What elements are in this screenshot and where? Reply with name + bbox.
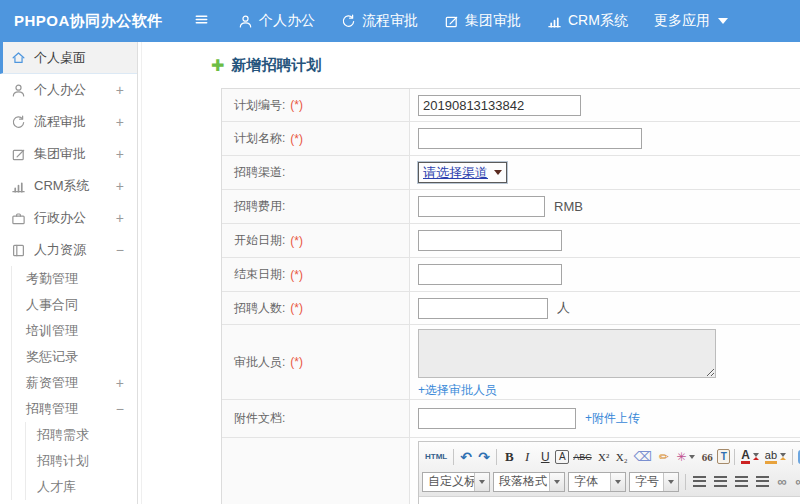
expand-toggle[interactable]: +: [116, 211, 124, 225]
page-title-bar: ✚ 新增招聘计划: [141, 42, 800, 88]
sidebar-item-talent-pool[interactable]: 人才库: [26, 474, 137, 500]
channel-select-value: 请选择渠道: [423, 164, 488, 182]
sidebar-item-salary[interactable]: 薪资管理 +: [12, 370, 137, 396]
field-label: 附件文档:: [234, 410, 285, 427]
font-color-button[interactable]: A: [739, 447, 761, 466]
format-painter-button[interactable]: ✏: [656, 447, 672, 466]
headcount-input[interactable]: [418, 298, 548, 319]
expand-toggle[interactable]: +: [116, 115, 124, 129]
user-icon: [11, 83, 26, 98]
history-icon: [11, 115, 26, 130]
form-row-editor: HTML ↶ ↷ B I U A ABC X²: [222, 438, 800, 504]
plan-no-input[interactable]: [418, 95, 581, 116]
eraser-button[interactable]: ⌫: [632, 447, 654, 466]
sidebar-item-label: 个人桌面: [34, 49, 86, 67]
align-right-button[interactable]: [735, 476, 748, 487]
nav-item-personal-office[interactable]: 个人办公: [225, 0, 328, 42]
sidebar-item-label: 流程审批: [34, 113, 86, 131]
sidebar-item-recruit-mgmt[interactable]: 招聘管理 −: [12, 396, 137, 422]
attachment-input[interactable]: [418, 408, 576, 429]
align-left-button[interactable]: [693, 476, 706, 487]
sidebar-item-crm[interactable]: CRM系统 +: [0, 170, 137, 202]
sidebar-item-group-approval[interactable]: 集团审批 +: [0, 138, 137, 170]
subscript-button[interactable]: X₂: [614, 447, 630, 466]
sidebar-item-desktop[interactable]: 个人桌面: [0, 42, 137, 74]
end-date-input[interactable]: [418, 264, 562, 285]
sidebar-item-label: CRM系统: [34, 177, 90, 195]
approver-textarea[interactable]: [418, 329, 716, 378]
cost-input[interactable]: [418, 196, 545, 217]
sidebar-item-admin-office[interactable]: 行政办公 +: [0, 202, 137, 234]
field-label: 计划名称:: [234, 130, 285, 147]
sidebar-item-hr[interactable]: 人力资源 −: [0, 234, 137, 266]
channel-select[interactable]: 请选择渠道: [418, 162, 507, 183]
sidebar-item-training[interactable]: 培训管理: [12, 318, 137, 344]
font-size-combobox[interactable]: 字号: [629, 472, 679, 492]
expand-toggle[interactable]: +: [116, 179, 124, 193]
sidebar-item-recruit-demand[interactable]: 招聘需求: [26, 422, 137, 448]
start-date-input[interactable]: [418, 230, 562, 251]
user-icon: [238, 14, 253, 29]
nav-label: 个人办公: [259, 12, 315, 30]
field-label: 招聘渠道:: [234, 164, 285, 181]
nav-item-group-approval[interactable]: 集团审批: [431, 0, 534, 42]
autotypeset-button[interactable]: A: [555, 450, 569, 464]
highlight-color-button[interactable]: ab: [763, 447, 788, 466]
hamburger-icon[interactable]: [194, 12, 209, 31]
auto-format-button[interactable]: ✳: [674, 447, 697, 466]
sidebar-item-rewards[interactable]: 奖惩记录: [12, 344, 137, 370]
italic-button[interactable]: I: [519, 447, 535, 466]
sidebar-item-attendance[interactable]: 考勤管理: [12, 266, 137, 292]
strikethrough-button[interactable]: ABC: [571, 447, 594, 466]
underline-button[interactable]: U: [537, 447, 553, 466]
expand-toggle[interactable]: +: [116, 147, 124, 161]
form-row-end-date: 结束日期:(*): [222, 258, 800, 292]
plan-name-input[interactable]: [418, 128, 642, 149]
expand-toggle[interactable]: +: [116, 376, 124, 390]
paragraph-format-combobox[interactable]: 段落格式: [493, 472, 565, 492]
editor-toolbar-row2: 自定义标题 段落格式 字体 字号 ∞ ∞: [422, 469, 800, 494]
expand-toggle[interactable]: +: [116, 83, 124, 97]
sidebar-item-workflow-approval[interactable]: 流程审批 +: [0, 106, 137, 138]
choose-approver-link[interactable]: +选择审批人员: [418, 382, 497, 399]
field-label: 招聘人数:: [234, 300, 285, 317]
collapse-toggle[interactable]: −: [116, 243, 124, 257]
collapse-toggle[interactable]: −: [116, 402, 124, 416]
caret-down-icon: [753, 453, 759, 460]
undo-button[interactable]: ↶: [458, 447, 474, 466]
nav-item-workflow-approval[interactable]: 流程审批: [328, 0, 431, 42]
align-justify-button[interactable]: [756, 476, 769, 487]
editor-toolbar: HTML ↶ ↷ B I U A ABC X²: [419, 442, 800, 497]
blockquote-button[interactable]: 66: [699, 447, 715, 466]
custom-title-combobox[interactable]: 自定义标题: [422, 472, 490, 492]
field-label: 招聘费用:: [234, 198, 285, 215]
form-row-approver: 审批人员:(*) +选择审批人员: [222, 325, 800, 400]
sidebar-item-personal-office[interactable]: 个人办公 +: [0, 74, 137, 106]
nav-item-crm[interactable]: CRM系统: [534, 0, 641, 42]
form-row-cost: 招聘费用: RMB: [222, 190, 800, 224]
editor-content-area[interactable]: [419, 497, 800, 504]
form-row-headcount: 招聘人数:(*) 人: [222, 292, 800, 325]
sidebar-item-hr-contract[interactable]: 人事合同: [12, 292, 137, 318]
sidebar-item-label: 集团审批: [34, 145, 86, 163]
insert-link-button[interactable]: ∞: [774, 472, 790, 491]
nav-item-more-apps[interactable]: 更多应用: [641, 0, 741, 42]
nav-label: 更多应用: [654, 12, 710, 30]
paste-text-button[interactable]: T: [717, 449, 730, 464]
required-mark: (*): [290, 234, 303, 248]
nav-label: 集团审批: [465, 12, 521, 30]
remove-link-button[interactable]: ∞: [792, 472, 800, 491]
font-family-combobox[interactable]: 字体: [568, 472, 626, 492]
source-code-button[interactable]: HTML: [423, 447, 449, 466]
align-center-button[interactable]: [714, 476, 727, 487]
app-logo: PHPOA协同办公软件: [0, 12, 168, 31]
required-mark: (*): [290, 98, 303, 112]
sidebar-item-recruit-plan[interactable]: 招聘计划: [26, 448, 137, 474]
redo-button[interactable]: ↷: [476, 447, 492, 466]
attachment-upload-link[interactable]: +附件上传: [585, 411, 640, 425]
form-row-channel: 招聘渠道: 请选择渠道: [222, 156, 800, 190]
caret-down-icon: [494, 170, 502, 175]
superscript-button[interactable]: X²: [596, 447, 612, 466]
bold-button[interactable]: B: [501, 447, 517, 466]
required-mark: (*): [290, 268, 303, 282]
